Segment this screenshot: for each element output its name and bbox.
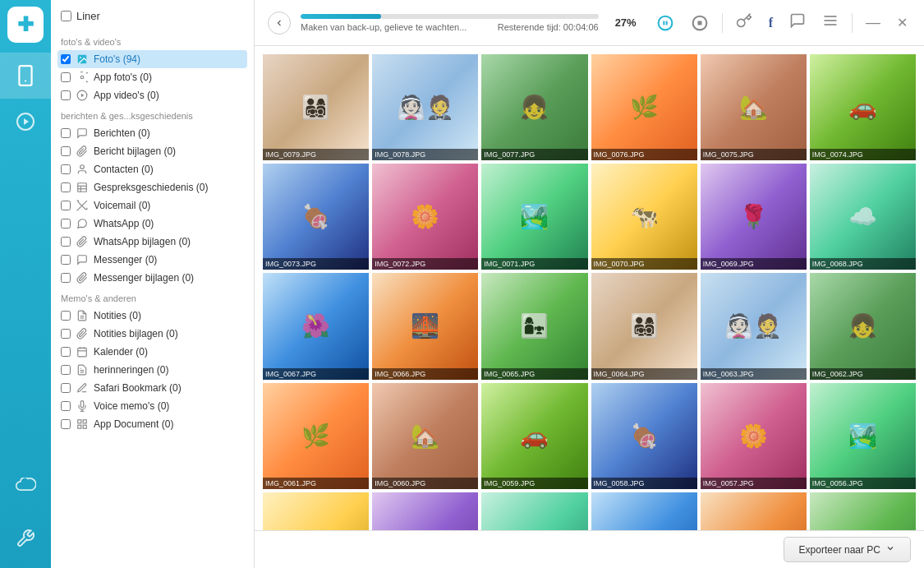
tree-item-gespreks[interactable]: Gespreksgeschiedenis (0) (57, 178, 247, 196)
photo-cell[interactable]: 🍖IMG_0073.JPG (263, 164, 369, 270)
photo-cell[interactable]: 🌉IMG_0051.JPG (701, 492, 807, 530)
photo-label: IMG_0065.JPG (481, 368, 587, 380)
tree-item-whatsapp-bijlagen[interactable]: WhatsApp bijlagen (0) (57, 233, 247, 251)
tree-item-fotos[interactable]: Foto's (94) (57, 50, 247, 68)
header-checkbox[interactable] (61, 11, 71, 21)
photo-cell[interactable]: 🏞️IMG_0071.JPG (481, 164, 587, 270)
photo-cell[interactable]: 🐄IMG_0055.JPG (263, 492, 369, 530)
tree-item-messenger-bijlagen[interactable]: Messenger bijlagen (0) (57, 269, 247, 287)
export-button[interactable]: Exporteer naar PC (784, 537, 911, 562)
notities-bijlagen-label: Notities bijlagen (0) (94, 328, 244, 339)
tree-item-bericht-bijlagen[interactable]: Bericht bijlagen (0) (57, 142, 247, 160)
voicemail-checkbox[interactable] (61, 201, 71, 210)
photo-cell[interactable]: 👧IMG_0077.JPG (481, 54, 587, 160)
facebook-button[interactable]: f (765, 12, 776, 34)
bericht-bijlagen-label: Bericht bijlagen (0) (94, 145, 244, 157)
nav-tools[interactable] (0, 515, 51, 561)
fotos-icon (76, 53, 89, 66)
voice-memo-checkbox[interactable] (61, 401, 71, 411)
herinneringen-checkbox[interactable] (61, 365, 71, 375)
tree-item-voicemail[interactable]: Voicemail (0) (57, 196, 247, 215)
kalender-icon (76, 345, 89, 358)
photo-cell[interactable]: 🏡IMG_0060.JPG (372, 383, 478, 489)
section-label-memo: Memo's & anderen (57, 287, 247, 307)
nav-music[interactable] (0, 99, 51, 145)
photo-cell[interactable]: 🌹IMG_0069.JPG (701, 164, 807, 270)
gespreks-checkbox[interactable] (61, 182, 71, 192)
top-bar: Maken van back-up, gelieve te wachten...… (255, 0, 924, 46)
photo-cell[interactable]: 🍖IMG_0058.JPG (591, 383, 697, 489)
app-document-checkbox[interactable] (61, 419, 71, 429)
fotos-checkbox[interactable] (61, 54, 71, 64)
notities-bijlagen-checkbox[interactable] (61, 329, 71, 339)
photo-cell[interactable]: 👩‍👧IMG_0065.JPG (481, 273, 587, 379)
tree-item-notities-bijlagen[interactable]: Notities bijlagen (0) (57, 325, 247, 343)
minimize-button[interactable]: — (862, 11, 884, 35)
photo-cell[interactable]: ☁️IMG_0053.JPG (481, 492, 587, 530)
photo-grid-container[interactable]: 👨‍👩‍👧‍👦IMG_0079.JPG👰🏻🤵IMG_0078.JPG👧IMG_0… (255, 46, 924, 530)
whatsapp-checkbox[interactable] (61, 219, 71, 229)
svg-rect-16 (78, 348, 87, 357)
pause-button[interactable] (653, 11, 678, 35)
notities-checkbox[interactable] (61, 311, 71, 321)
tree-item-kalender[interactable]: Kalender (0) (57, 343, 247, 361)
photo-cell[interactable]: 🐄IMG_0070.JPG (591, 164, 697, 270)
svg-point-9 (80, 165, 85, 169)
voicemail-icon (76, 199, 89, 212)
whatsapp-icon (76, 217, 89, 230)
photo-cell[interactable]: 👨‍👩‍👧‍👦IMG_0064.JPG (591, 273, 697, 379)
tree-item-safari[interactable]: Safari Bookmark (0) (57, 379, 247, 397)
messenger-checkbox[interactable] (61, 255, 71, 265)
berichten-checkbox[interactable] (61, 128, 71, 138)
photo-cell[interactable]: 👩‍👧IMG_0050.JPG (810, 492, 916, 530)
tree-item-whatsapp[interactable]: WhatsApp (0) (57, 215, 247, 233)
tree-item-notities[interactable]: Notities (0) (57, 307, 247, 325)
photo-cell[interactable]: 🌉IMG_0066.JPG (372, 273, 478, 379)
photo-cell[interactable]: 🚗IMG_0074.JPG (810, 54, 916, 160)
tree-item-messenger[interactable]: Messenger (0) (57, 251, 247, 269)
photo-cell[interactable]: 👰🏻🤵IMG_0078.JPG (372, 54, 478, 160)
photo-cell[interactable]: 👧IMG_0062.JPG (810, 273, 916, 379)
photo-cell[interactable]: 🌼IMG_0057.JPG (701, 383, 807, 489)
photo-cell[interactable]: 🌺IMG_0052.JPG (591, 492, 697, 530)
back-button[interactable] (268, 12, 291, 35)
kalender-checkbox[interactable] (61, 347, 71, 357)
close-button[interactable]: ✕ (894, 12, 911, 34)
nav-device[interactable] (0, 53, 51, 99)
app-videos-checkbox[interactable] (61, 90, 71, 100)
tree-item-contacten[interactable]: Contacten (0) (57, 160, 247, 178)
nav-cloud[interactable] (0, 463, 51, 509)
photo-label: IMG_0059.JPG (481, 478, 587, 489)
tree-item-app-document[interactable]: App Document (0) (57, 415, 247, 433)
app-fotos-checkbox[interactable] (61, 72, 71, 82)
stop-button[interactable] (687, 11, 712, 35)
app-fotos-label: App foto's (0) (94, 72, 244, 83)
photo-cell[interactable]: 🏞️IMG_0056.JPG (810, 383, 916, 489)
menu-button[interactable] (819, 9, 842, 36)
photo-cell[interactable]: ☁️IMG_0068.JPG (810, 164, 916, 270)
photo-cell[interactable]: 🌿IMG_0061.JPG (263, 383, 369, 489)
tree-item-berichten[interactable]: Berichten (0) (57, 124, 247, 142)
key-button[interactable] (733, 9, 756, 36)
tree-item-app-fotos[interactable]: App foto's (0) (57, 68, 247, 86)
photo-cell[interactable]: 🌼IMG_0072.JPG (372, 164, 478, 270)
photo-cell[interactable]: 🌿IMG_0076.JPG (591, 54, 697, 160)
messenger-bijlagen-checkbox[interactable] (61, 273, 71, 283)
photo-cell[interactable]: 🌺IMG_0067.JPG (263, 273, 369, 379)
photo-cell[interactable]: 🚗IMG_0059.JPG (481, 383, 587, 489)
whatsapp-bijlagen-checkbox[interactable] (61, 237, 71, 247)
photo-label: IMG_0061.JPG (263, 478, 369, 489)
photo-label: IMG_0058.JPG (591, 478, 697, 489)
tree-item-app-videos[interactable]: App video's (0) (57, 86, 247, 104)
bericht-bijlagen-checkbox[interactable] (61, 146, 71, 156)
section-label-berichten: berichten & ges...ksgeschiedenis (57, 104, 247, 124)
tree-item-voice-memo[interactable]: Voice memo's (0) (57, 397, 247, 415)
photo-cell[interactable]: 🏡IMG_0075.JPG (701, 54, 807, 160)
safari-checkbox[interactable] (61, 383, 71, 393)
contacten-checkbox[interactable] (61, 164, 71, 174)
chat-button[interactable] (786, 9, 809, 36)
photo-cell[interactable]: 👨‍👩‍👧‍👦IMG_0079.JPG (263, 54, 369, 160)
photo-cell[interactable]: 👰🏻🤵IMG_0063.JPG (701, 273, 807, 379)
photo-cell[interactable]: 🌹IMG_0054.JPG (372, 492, 478, 530)
tree-item-herinneringen[interactable]: herinneringen (0) (57, 361, 247, 379)
